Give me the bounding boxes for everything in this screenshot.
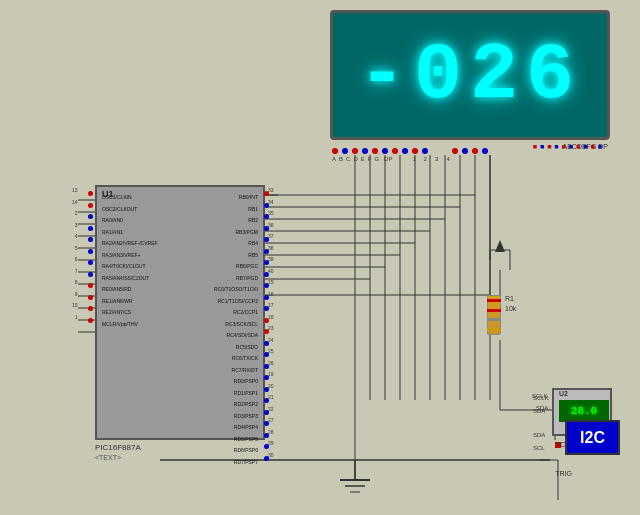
display-pin-red1: ■: [533, 143, 537, 150]
trig-label: TRIG: [555, 470, 572, 477]
display-pin-blue5: ■: [598, 143, 602, 150]
display-pin-red5: ■: [591, 143, 595, 150]
display-pin-blue4: ■: [583, 143, 587, 150]
display-pin-blue3: ■: [569, 143, 573, 150]
ic-u1-text-label: <TEXT>: [95, 454, 121, 461]
resistor-r1: R1 10k: [487, 295, 501, 335]
ic-left-pin-dots: [88, 191, 93, 323]
ic-u2-label: U2: [559, 390, 568, 397]
r1-value: 10k: [505, 305, 516, 312]
svg-marker-32: [495, 240, 505, 252]
sda-label: SDA: [533, 408, 545, 414]
display-pin-red4: ■: [576, 143, 580, 150]
r1-label: R1: [505, 295, 514, 302]
display-pin-red2: ■: [547, 143, 551, 150]
scl-label: SCL: [533, 445, 545, 451]
i2c-label-box: I2C: [565, 420, 620, 455]
ic-right-pin-dots: [264, 191, 269, 461]
display-value: -026: [358, 30, 582, 121]
sclk-label: SCLK: [533, 395, 549, 401]
display-pin-blue2: ■: [554, 143, 558, 150]
ic-u2-display: 28.0: [559, 400, 609, 422]
display-pin-red3: ■: [562, 143, 566, 150]
i2c-text: I2C: [580, 429, 605, 447]
display-top-connectors: [332, 148, 488, 154]
display-pin-blue1: ■: [540, 143, 544, 150]
sda-label2: SDA: [533, 432, 545, 438]
ic-u1-right-pins: RB0/INT RB1 RB2 RB3/PGM RB4 RB5 RB6/PGC …: [214, 192, 258, 468]
ic-u1-pin-nums-left: 13 14 2 3 4 5 6 7 8 9 10 1: [72, 185, 78, 323]
display-abcdefg-label: ABCDEFGDP 1234: [332, 156, 450, 162]
ic-u2-value: 28.0: [571, 405, 597, 417]
ic-u1-body: U1 OSC1/CLKIN OSC2/CLKOUT RA0/AN0 RA1/AN…: [95, 185, 265, 440]
ic-u1-left-pins: OSC1/CLKIN OSC2/CLKOUT RA0/AN0 RA1/AN1 R…: [102, 192, 158, 330]
seven-segment-display: -026: [330, 10, 610, 140]
ic-u1-part-label: PIC16F887A: [95, 443, 141, 452]
